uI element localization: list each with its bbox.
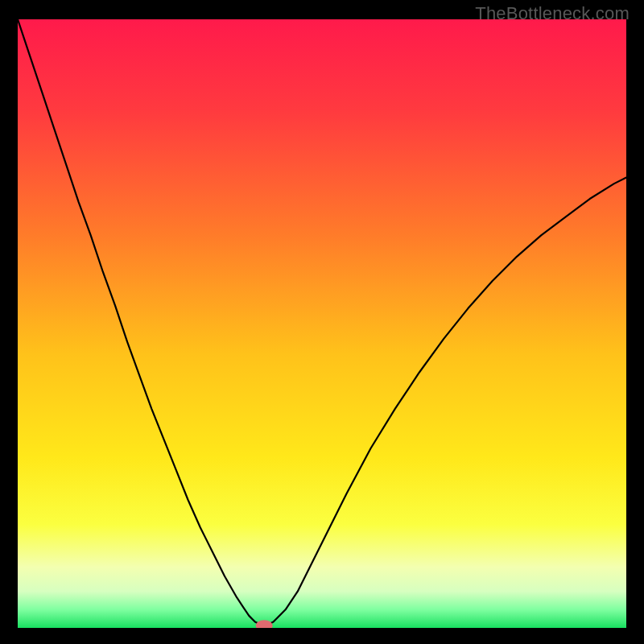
chart-svg [18, 19, 626, 628]
svg-rect-0 [18, 19, 626, 628]
bottleneck-plot [18, 19, 626, 628]
chart-frame: TheBottleneck.com [0, 0, 644, 644]
